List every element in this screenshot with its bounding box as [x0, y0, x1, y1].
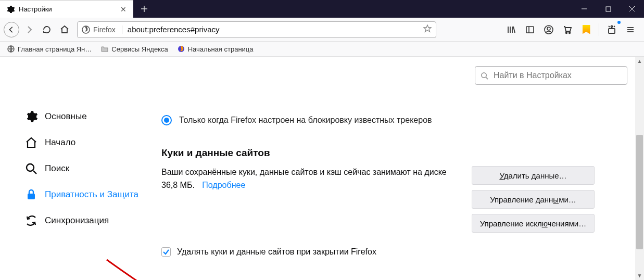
browser-tab[interactable]: Настройки ✕	[0, 0, 133, 18]
category-sync[interactable]: Синхронизация	[25, 208, 161, 234]
svg-point-16	[566, 32, 567, 33]
library-button[interactable]	[503, 21, 520, 38]
svg-line-20	[609, 26, 610, 27]
disk-usage-value: 36,8 МБ.	[161, 181, 195, 189]
category-label: Приватность и Защита	[45, 189, 138, 200]
sidebar-toggle-button[interactable]	[522, 21, 538, 38]
vertical-scrollbar[interactable]: ▲ ▼	[635, 57, 644, 280]
svg-marker-7	[424, 25, 431, 32]
bookmark-label: Начальная страница	[188, 45, 254, 53]
scroll-down-icon[interactable]: ▼	[635, 271, 644, 280]
svg-rect-3	[606, 7, 611, 11]
scroll-thumb[interactable]	[636, 135, 643, 249]
category-search[interactable]: Поиск	[25, 156, 161, 182]
category-label: Основные	[45, 111, 87, 122]
tab-title: Настройки	[19, 5, 118, 13]
titlebar: Настройки ✕	[0, 0, 644, 18]
checkbox-checked-icon[interactable]	[161, 247, 171, 257]
bookmark-label: Сервисы Яндекса	[111, 45, 168, 53]
manage-exceptions-button[interactable]: Управление исключениями…	[472, 214, 595, 233]
firefox-logo-icon	[82, 26, 90, 34]
folder-icon	[101, 45, 108, 53]
manage-data-button[interactable]: Управление данными…	[472, 190, 595, 209]
radio-button-icon	[161, 115, 172, 125]
search-icon	[481, 72, 488, 80]
settings-main: Только когда Firefox настроен на блокиро…	[161, 57, 614, 280]
search-icon	[25, 162, 37, 175]
sync-icon	[25, 214, 37, 227]
cookie-policy-option[interactable]: Только когда Firefox настроен на блокиро…	[161, 115, 595, 125]
reload-button[interactable]	[39, 21, 55, 38]
new-tab-button[interactable]	[136, 0, 152, 18]
section-heading: Куки и данные сайтов	[161, 147, 595, 159]
svg-line-28	[486, 77, 488, 79]
window-controls	[572, 0, 644, 18]
toolbar: Firefox	[0, 18, 644, 42]
bookmark-item[interactable]: Главная страница Ян…	[5, 44, 94, 54]
cookies-description: Ваши сохранённые куки, данные сайтов и к…	[161, 166, 463, 192]
url-bar[interactable]: Firefox	[77, 21, 436, 38]
clear-data-button[interactable]: Удалить данные…	[472, 166, 595, 185]
svg-rect-31	[28, 194, 35, 199]
lock-icon	[25, 188, 37, 201]
minimize-button[interactable]	[572, 0, 596, 18]
radio-label: Только когда Firefox настроен на блокиро…	[179, 116, 432, 125]
cart-button[interactable]	[559, 21, 576, 38]
url-input[interactable]	[122, 25, 423, 34]
svg-line-21	[614, 26, 615, 27]
delete-on-close-row[interactable]: Удалять куки и данные сайтов при закрыти…	[161, 247, 595, 257]
bookmark-item[interactable]: Начальная страница	[175, 44, 256, 54]
svg-point-27	[482, 72, 486, 77]
category-label: Синхронизация	[45, 215, 109, 226]
firefox-icon	[178, 45, 185, 53]
tab-close-icon[interactable]: ✕	[118, 4, 129, 15]
svg-line-30	[33, 171, 36, 174]
bookmark-item[interactable]: Сервисы Яндекса	[99, 44, 170, 54]
checkbox-label: Удалять куки и данные сайтов при закрыти…	[177, 247, 376, 257]
account-button[interactable]	[540, 21, 557, 38]
bookmark-star-icon[interactable]	[423, 24, 432, 34]
settings-page: Основные Начало Поиск Приватность и Защи…	[0, 57, 644, 280]
identity-box[interactable]: Firefox	[82, 26, 122, 34]
svg-point-15	[547, 27, 550, 30]
svg-line-11	[513, 27, 515, 33]
svg-point-17	[569, 32, 571, 33]
svg-rect-12	[526, 27, 534, 33]
home-icon	[25, 136, 37, 149]
bookmark-label: Главная страница Ян…	[18, 45, 92, 53]
category-label: Начало	[45, 137, 75, 148]
whats-new-button[interactable]	[603, 21, 620, 38]
globe-icon	[7, 45, 15, 53]
svg-rect-18	[609, 29, 615, 33]
svg-point-29	[27, 164, 34, 171]
category-general[interactable]: Основные	[25, 104, 161, 130]
maximize-button[interactable]	[596, 0, 620, 18]
identity-label: Firefox	[93, 26, 122, 34]
category-home[interactable]: Начало	[25, 130, 161, 156]
gear-icon	[25, 110, 37, 123]
svg-point-19	[611, 26, 613, 27]
bookmark-triangle-button[interactable]	[578, 21, 595, 38]
bookmarks-bar: Главная страница Ян… Сервисы Яндекса Нач…	[0, 42, 644, 57]
close-window-button[interactable]	[620, 0, 644, 18]
app-menu-button[interactable]	[622, 21, 639, 38]
back-button[interactable]	[3, 21, 20, 38]
forward-button[interactable]	[21, 21, 37, 38]
scroll-up-icon[interactable]: ▲	[635, 57, 644, 66]
learn-more-link[interactable]: Подробнее	[202, 181, 245, 189]
home-button[interactable]	[56, 21, 73, 38]
gear-icon	[6, 5, 15, 14]
category-label: Поиск	[45, 163, 69, 174]
settings-search-input[interactable]	[493, 70, 622, 81]
settings-sidebar: Основные Начало Поиск Приватность и Защи…	[0, 57, 161, 280]
category-privacy[interactable]: Приватность и Защита	[25, 182, 161, 208]
settings-search[interactable]	[475, 66, 627, 85]
